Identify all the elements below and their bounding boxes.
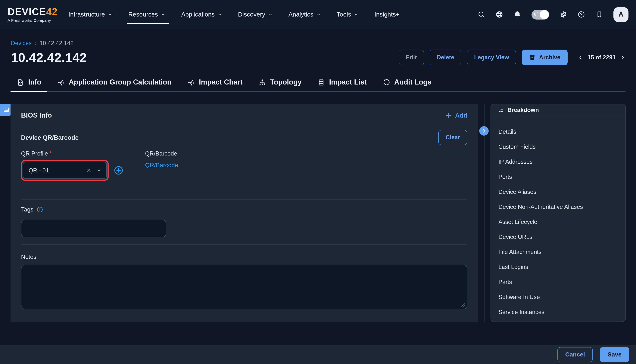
device42-logo[interactable]: DEVICE42 A Freshworks Company: [8, 7, 60, 22]
gear-icon[interactable]: [559, 10, 567, 18]
breadcrumb-separator: ›: [35, 40, 37, 46]
bios-info-heading: BIOS Info: [21, 112, 52, 119]
resize-handle-icon[interactable]: [461, 303, 465, 307]
record-pagination: 15 of 2291: [578, 54, 625, 61]
tab-label: Info: [28, 78, 41, 86]
info-circle-icon[interactable]: [37, 206, 43, 213]
avatar[interactable]: A: [613, 7, 628, 22]
nav-infrastructure[interactable]: Infrastructure: [69, 8, 112, 22]
topology-icon: [258, 78, 266, 86]
add-button[interactable]: Add: [445, 112, 467, 119]
page-title: 10.42.42.142: [11, 50, 87, 65]
collapse-sidebar-button[interactable]: [479, 126, 489, 136]
breakdown-item-device-aliases[interactable]: Device Aliases: [491, 184, 625, 200]
device42-app: DEVICE42 A Freshworks Company Infrastruc…: [0, 0, 636, 364]
bookmark-icon[interactable]: [595, 10, 603, 18]
chevron-down-icon: [108, 12, 112, 17]
qr-barcode-link[interactable]: QR/Barcode: [145, 162, 178, 169]
breadcrumb-current: 10.42.42.142: [40, 40, 74, 46]
qr-profile-select[interactable]: QR - 01: [23, 162, 107, 179]
tab-audit-logs[interactable]: Audit Logs: [377, 74, 437, 91]
toggle-knob: [540, 10, 549, 19]
chevron-down-icon[interactable]: [96, 168, 102, 173]
device-actions: Edit Delete Legacy View Archive 15 of 22…: [399, 50, 625, 65]
notes-textarea[interactable]: [21, 265, 467, 309]
breakdown-item-device-non-authoritative-aliases[interactable]: Device Non-Authoritative Aliases: [491, 200, 625, 214]
archive-icon: [529, 54, 536, 61]
nav-analytics[interactable]: Analytics: [289, 8, 321, 22]
breakdown-items: DetailsCustom FieldsIP AddressesPortsDev…: [491, 116, 625, 320]
tab-application-group-calculation[interactable]: Application Group Calculation: [51, 74, 178, 91]
chevron-down-icon: [161, 12, 165, 17]
tab-label: Impact Chart: [199, 78, 242, 86]
tab-topology[interactable]: Topology: [252, 74, 308, 91]
tab-label: Application Group Calculation: [69, 78, 172, 86]
tab-impact-chart[interactable]: Impact Chart: [181, 74, 248, 91]
nav-resources[interactable]: Resources: [128, 8, 165, 22]
nav-label: Infrastructure: [69, 11, 105, 18]
nav-applications[interactable]: Applications: [181, 8, 222, 22]
impact-chart-icon: [187, 78, 195, 86]
breakdown-item-ports[interactable]: Ports: [491, 170, 625, 184]
edit-button[interactable]: Edit: [399, 50, 424, 65]
add-qr-profile-button[interactable]: [114, 165, 124, 176]
breakdown-header: Breakdown: [491, 104, 625, 116]
nav-discovery[interactable]: Discovery: [238, 8, 273, 22]
help-icon[interactable]: [577, 10, 585, 18]
highlight-frame: QR - 01: [21, 160, 109, 181]
cancel-button[interactable]: Cancel: [557, 347, 593, 362]
info-form-panel: BIOS Info Add Device QR/Barcode Clear QR…: [11, 104, 478, 322]
tab-label: Audit Logs: [394, 78, 431, 86]
next-record-icon[interactable]: [620, 55, 625, 60]
breakdown-item-custom-fields[interactable]: Custom Fields: [491, 139, 625, 154]
logo-tagline: A Freshworks Company: [8, 18, 60, 22]
nav-label: Resources: [128, 11, 158, 18]
breakdown-item-software-in-use[interactable]: Software In Use: [491, 290, 625, 305]
theme-toggle[interactable]: [531, 10, 549, 19]
archive-button[interactable]: Archive: [522, 50, 567, 65]
topbar-icons: A: [477, 7, 628, 22]
qr-profile-field: QR Profile* QR - 01: [21, 150, 124, 181]
breakdown-item-ip-addresses[interactable]: IP Addresses: [491, 154, 625, 170]
tab-label: Impact List: [329, 78, 367, 86]
nav-label: Analytics: [289, 11, 313, 18]
breakdown-item-device-urls[interactable]: Device URLs: [491, 230, 625, 244]
chevron-down-icon: [316, 12, 321, 17]
breakdown-item-file-attachments[interactable]: File Attachments: [491, 244, 625, 260]
tags-label: Tags: [21, 206, 34, 213]
breadcrumb: Devices › 10.42.42.142: [11, 40, 636, 46]
qr-profile-label: QR Profile*: [21, 150, 124, 157]
content-area: BIOS Info Add Device QR/Barcode Clear QR…: [0, 104, 636, 322]
qr-profile-value: QR - 01: [29, 167, 49, 174]
moon-stars-icon: [533, 11, 540, 18]
nav-tools[interactable]: Tools: [337, 8, 359, 22]
tab-info[interactable]: Info: [11, 74, 47, 91]
nav-label: Discovery: [238, 11, 265, 18]
previous-record-icon[interactable]: [578, 55, 583, 60]
nav-label: Applications: [181, 11, 215, 18]
legacy-view-button[interactable]: Legacy View: [467, 50, 516, 65]
notes-label: Notes: [21, 254, 467, 260]
globe-icon[interactable]: [495, 10, 503, 18]
tab-impact-list[interactable]: Impact List: [311, 74, 373, 91]
delete-button[interactable]: Delete: [430, 50, 461, 65]
breakdown-item-asset-lifecycle[interactable]: Asset Lifecycle: [491, 214, 625, 230]
breakdown-item-service-instances[interactable]: Service Instances: [491, 305, 625, 320]
breakdown-item-parts[interactable]: Parts: [491, 274, 625, 290]
clear-button[interactable]: Clear: [438, 130, 467, 145]
required-asterisk: *: [50, 150, 52, 157]
breakdown-item-details[interactable]: Details: [491, 124, 625, 139]
nav-insights[interactable]: Insights+: [374, 8, 399, 22]
search-icon[interactable]: [477, 10, 485, 18]
breadcrumb-devices-link[interactable]: Devices: [11, 40, 32, 46]
clear-selection-icon[interactable]: [86, 168, 92, 173]
tags-input[interactable]: [21, 220, 166, 238]
chevron-down-icon: [354, 12, 359, 17]
plus-icon: [445, 112, 452, 119]
main-nav: InfrastructureResourcesApplicationsDisco…: [69, 8, 415, 22]
bell-icon[interactable]: [513, 10, 521, 18]
save-button[interactable]: Save: [600, 347, 629, 362]
breakdown-item-last-logins[interactable]: Last Logins: [491, 260, 625, 274]
nav-label: Tools: [337, 11, 351, 18]
panel-divider: [484, 104, 484, 322]
